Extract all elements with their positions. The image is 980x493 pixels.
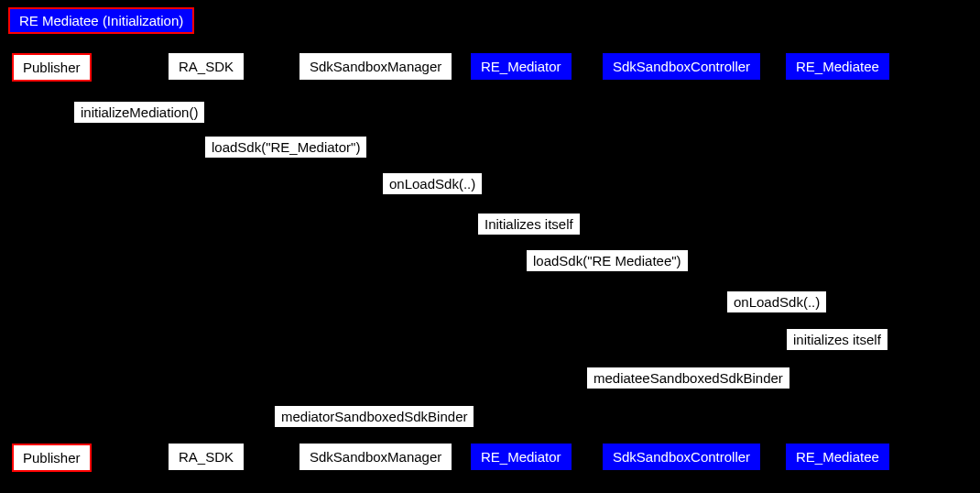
participant-ra-sdk-bottom: RA_SDK bbox=[169, 444, 244, 470]
participant-sdk-sandbox-manager-bottom: SdkSandboxManager bbox=[299, 444, 452, 470]
message-load-sdk-mediator: loadSdk("RE_Mediator") bbox=[204, 136, 367, 159]
participant-re-mediatee-bottom: RE_Mediatee bbox=[786, 444, 889, 470]
message-on-load-sdk-2: onLoadSdk(..) bbox=[726, 290, 827, 313]
message-initialize-mediation: initializeMediation() bbox=[73, 101, 205, 124]
participant-sdk-sandbox-controller-bottom: SdkSandboxController bbox=[603, 444, 760, 470]
participant-re-mediator-bottom: RE_Mediator bbox=[471, 444, 572, 470]
message-mediator-binder: mediatorSandboxedSdkBinder bbox=[274, 405, 474, 428]
participant-publisher-bottom: Publisher bbox=[12, 444, 92, 472]
participant-re-mediator-top: RE_Mediator bbox=[471, 53, 572, 80]
participant-re-mediatee-top: RE_Mediatee bbox=[786, 53, 889, 80]
message-mediatee-binder: mediateeSandboxedSdkBinder bbox=[586, 367, 790, 389]
participant-ra-sdk-top: RA_SDK bbox=[169, 53, 244, 80]
message-load-sdk-mediatee: loadSdk("RE Mediatee") bbox=[526, 249, 689, 272]
participant-sdk-sandbox-controller-top: SdkSandboxController bbox=[603, 53, 760, 80]
message-initializes-itself-1: Initializes itself bbox=[477, 213, 581, 236]
message-on-load-sdk-1: onLoadSdk(..) bbox=[382, 172, 483, 195]
participant-sdk-sandbox-manager-top: SdkSandboxManager bbox=[299, 53, 452, 80]
participant-publisher-top: Publisher bbox=[12, 53, 92, 82]
message-initializes-itself-2: initializes itself bbox=[786, 328, 888, 351]
diagram-title: RE Mediatee (Initialization) bbox=[8, 7, 194, 34]
